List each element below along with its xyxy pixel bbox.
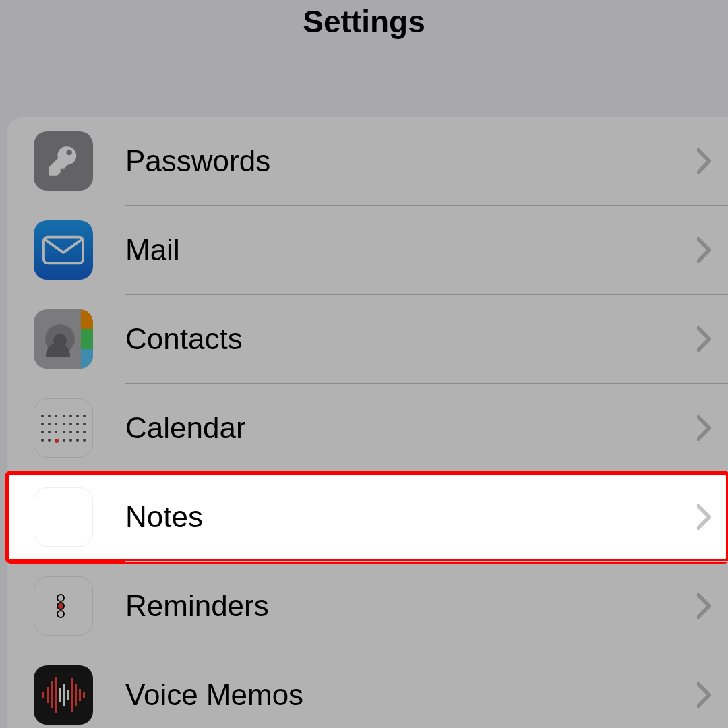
header: Settings (0, 0, 728, 65)
calendar-icon (34, 398, 93, 458)
svg-rect-0 (44, 237, 83, 264)
settings-row-label: Voice Memos (125, 678, 697, 712)
mail-icon (34, 220, 93, 280)
settings-row-reminders[interactable]: Reminders (7, 562, 728, 650)
settings-row-notes[interactable]: Notes (7, 473, 728, 562)
settings-row-passwords[interactable]: Passwords (7, 117, 728, 206)
settings-row-label: Reminders (125, 589, 697, 623)
voice-memos-icon (34, 665, 93, 725)
row-separator (125, 561, 728, 562)
settings-row-label: Passwords (125, 144, 697, 178)
settings-row-voice-memos[interactable]: Voice Memos (7, 650, 728, 728)
settings-list-group: Passwords Mail Contacts (7, 117, 728, 728)
notes-icon (34, 487, 93, 547)
settings-row-label: Mail (125, 233, 697, 267)
chevron-right-icon (697, 504, 712, 530)
reminders-icon (34, 576, 93, 636)
chevron-right-icon (697, 326, 712, 352)
page-title: Settings (303, 3, 425, 40)
chevron-right-icon (697, 593, 712, 619)
settings-row-mail[interactable]: Mail (7, 206, 728, 295)
settings-row-contacts[interactable]: Contacts (7, 295, 728, 384)
settings-list-container: Passwords Mail Contacts (0, 65, 728, 728)
chevron-right-icon (697, 237, 712, 263)
key-icon (34, 131, 93, 191)
settings-row-label: Calendar (125, 411, 697, 445)
settings-row-label: Contacts (125, 322, 697, 356)
chevron-right-icon (697, 682, 712, 708)
settings-row-calendar[interactable]: Calendar (7, 384, 728, 473)
contacts-icon (34, 309, 93, 369)
chevron-right-icon (697, 415, 712, 441)
settings-row-label: Notes (125, 500, 697, 534)
chevron-right-icon (697, 148, 712, 174)
